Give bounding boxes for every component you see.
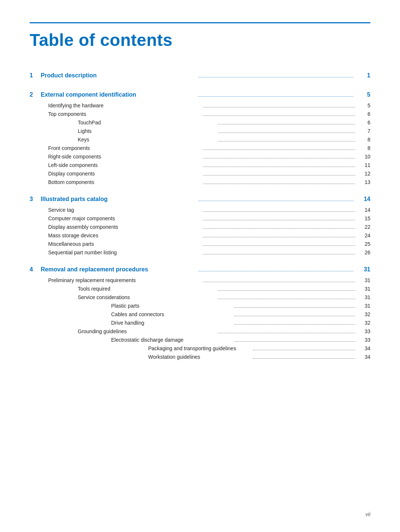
entry-ch2-0: Identifying the hardware 5 [30, 103, 370, 109]
entry-ch2-7-page: 11 [357, 162, 370, 168]
entry-ch4-5-dots [234, 324, 356, 325]
chapter-3-title: Illustrated parts catalog [41, 196, 196, 203]
entry-ch2-6-title: Right-side components [48, 154, 201, 160]
entry-ch4-3-page: 31 [357, 303, 370, 309]
entry-ch4-9-dots [253, 358, 356, 359]
entry-ch2-4: Keys 8 [30, 137, 370, 143]
entry-ch3-4: Miscellaneous parts 25 [30, 241, 370, 247]
chapter-1-page: 1 [356, 72, 370, 79]
entry-ch2-6-dots [203, 158, 356, 158]
entry-ch4-5: Drive handling 32 [30, 320, 370, 326]
entry-ch4-4-dots [234, 316, 356, 316]
entry-ch4-6-dots [218, 333, 356, 333]
entry-ch3-1: Computer major components 15 [30, 215, 370, 222]
entry-ch4-3-dots [234, 307, 356, 308]
entry-ch2-3-dots [218, 133, 356, 133]
entry-ch4-0: Preliminary replacement requirements 31 [30, 277, 370, 284]
entry-ch4-6: Grounding guidelines 33 [30, 328, 370, 335]
entry-ch4-2-dots [218, 299, 356, 299]
chapter-4-dots [198, 271, 353, 271]
entry-ch2-0-title: Identifying the hardware [48, 103, 201, 108]
entry-ch2-1-page: 6 [357, 111, 370, 117]
entry-ch2-8-dots [203, 175, 356, 175]
entry-ch4-5-title: Drive handling [111, 320, 232, 326]
chapter-1-num: 1 [30, 72, 41, 79]
entry-ch3-4-title: Miscellaneous parts [48, 241, 201, 247]
entry-ch4-9-title: Workstation guidelines [148, 354, 251, 360]
entry-ch2-2: TouchPad 6 [30, 120, 370, 126]
chapter-3-page: 14 [356, 196, 370, 203]
chapter-3-dots [198, 201, 353, 201]
entry-ch3-2: Display assembly components 22 [30, 224, 370, 230]
entry-ch3-0-title: Service tag [48, 207, 201, 213]
entry-ch4-6-page: 33 [357, 328, 370, 334]
entry-ch4-1-title: Tools required [78, 286, 216, 292]
entry-ch4-3-title: Plastic parts [111, 303, 232, 309]
chapter-2-dots [198, 96, 353, 97]
entry-ch4-4: Cables and connectors 32 [30, 311, 370, 318]
entry-ch3-5-title: Sequential part number listing [48, 250, 201, 255]
footer-page-number: vii [366, 511, 370, 517]
entry-ch2-8-title: Display components [48, 171, 201, 177]
chapter-1-title: Product description [41, 72, 196, 79]
chapter-2-title: External component identification [41, 91, 196, 98]
entry-ch4-8-page: 34 [357, 345, 370, 351]
page-title: Table of contents [30, 30, 370, 50]
entry-ch2-5-page: 8 [357, 145, 370, 151]
chapter-3: 3Illustrated parts catalog 14 [30, 196, 370, 203]
chapter-2-num: 2 [30, 91, 41, 98]
entry-ch2-8-page: 12 [357, 171, 370, 177]
entry-ch3-3: Mass storage devices 24 [30, 232, 370, 239]
entry-ch4-7: Electrostatic discharge damage 33 [30, 337, 370, 343]
chapter-4-title: Removal and replacement procedures [41, 266, 196, 273]
entry-ch3-2-dots [203, 228, 356, 229]
entry-ch3-0: Service tag 14 [30, 207, 370, 213]
chapter-1-dots [198, 77, 353, 77]
entry-ch3-3-page: 24 [357, 232, 370, 238]
entry-ch4-7-dots [234, 341, 356, 342]
entry-ch4-2-page: 31 [357, 294, 370, 300]
entry-ch3-4-page: 25 [357, 241, 370, 247]
chapter-1: 1Product description 1 [30, 72, 370, 79]
entry-ch3-5-page: 26 [357, 250, 370, 255]
entry-ch3-5-dots [203, 254, 356, 254]
entry-ch4-6-title: Grounding guidelines [78, 328, 216, 334]
entry-ch2-4-dots [218, 141, 356, 141]
entry-ch2-9-page: 13 [357, 179, 370, 185]
entry-ch3-2-page: 22 [357, 224, 370, 230]
entry-ch2-1-dots [203, 116, 356, 116]
entry-ch2-2-dots [218, 124, 356, 124]
section-gap [30, 188, 370, 196]
entry-ch2-2-title: TouchPad [78, 120, 216, 126]
entry-ch4-9: Workstation guidelines 34 [30, 354, 370, 360]
entry-ch4-0-dots [203, 282, 356, 282]
entry-ch3-3-dots [203, 237, 356, 237]
entry-ch2-3-page: 7 [357, 128, 370, 134]
section-gap [30, 258, 370, 266]
entry-ch3-1-page: 15 [357, 215, 370, 221]
entry-ch3-4-dots [203, 245, 356, 246]
entry-ch4-8-dots [253, 350, 356, 350]
entry-ch4-2-title: Service considerations [78, 294, 216, 300]
entry-ch4-0-title: Preliminary replacement requirements [48, 277, 201, 283]
chapter-4-page: 31 [356, 266, 370, 273]
entry-ch4-2: Service considerations 31 [30, 294, 370, 301]
entry-ch2-4-page: 8 [357, 137, 370, 143]
entry-ch2-0-page: 5 [357, 103, 370, 108]
entry-ch2-2-page: 6 [357, 120, 370, 126]
chapter-4-num: 4 [30, 266, 41, 273]
entry-ch3-1-title: Computer major components [48, 215, 201, 221]
entry-ch3-1-dots [203, 220, 356, 220]
entry-ch2-6-page: 10 [357, 154, 370, 160]
entry-ch2-1: Top components 6 [30, 111, 370, 117]
entry-ch2-5: Front components 8 [30, 145, 370, 151]
chapter-2-page: 5 [356, 91, 370, 98]
entry-ch4-1-dots [218, 290, 356, 291]
toc-container: 1Product description 12External componen… [30, 72, 370, 360]
entry-ch2-9-dots [203, 184, 356, 184]
entry-ch3-2-title: Display assembly components [48, 224, 201, 230]
entry-ch3-5: Sequential part number listing 26 [30, 250, 370, 256]
entry-ch4-5-page: 32 [357, 320, 370, 326]
entry-ch2-1-title: Top components [48, 111, 201, 117]
entry-ch2-7: Left-side components 11 [30, 162, 370, 168]
